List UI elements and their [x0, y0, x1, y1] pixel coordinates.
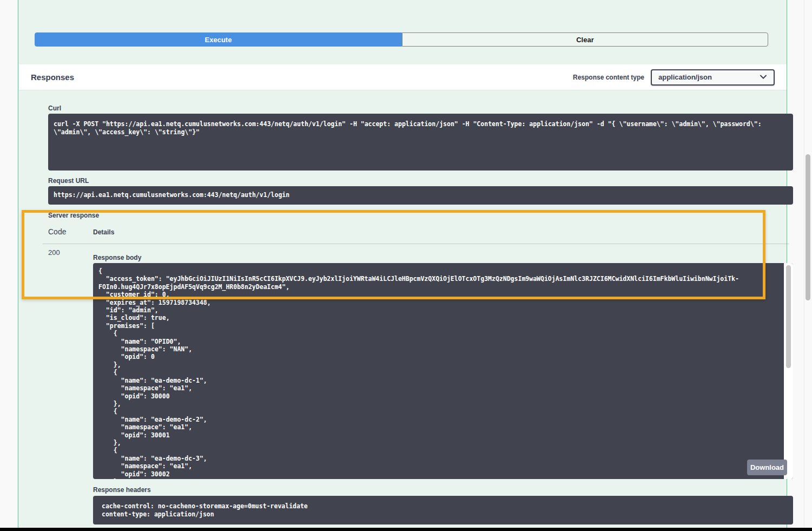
request-url-value: https://api.ea1.netq.cumulusnetworks.com… [48, 186, 793, 205]
execute-button[interactable]: Execute [35, 32, 402, 47]
response-content-type-control: Response content type application/json [573, 69, 775, 86]
status-code-badge: 200 [48, 248, 60, 257]
operation-block: Execute Clear Responses Response content… [18, 0, 787, 529]
server-response-title: Server response [48, 212, 99, 219]
chevron-down-icon [760, 75, 767, 80]
response-body-label: Response body [93, 254, 141, 261]
code-column-header: Code [48, 227, 66, 236]
curl-label: Curl [48, 104, 61, 112]
download-button[interactable]: Download [747, 460, 787, 475]
details-column-header: Details [93, 228, 114, 236]
responses-title: Responses [31, 73, 74, 82]
response-headers-label: Response headers [93, 486, 151, 494]
response-headers-block: cache-control: no-cacheno-storemax-age=0… [93, 496, 793, 525]
window-bottom-bar [0, 528, 812, 531]
response-body-scrollbar[interactable] [786, 265, 791, 368]
response-content-type-value: application/json [658, 73, 712, 81]
swagger-response-page: Execute Clear Responses Response content… [0, 0, 812, 531]
page-scrollbar[interactable] [806, 154, 810, 300]
response-body-json[interactable]: { "access_token": "eyJhbGciOiJIUzI1NiIsI… [93, 263, 793, 479]
responses-header-band: Responses Response content type applicat… [19, 64, 787, 90]
response-content-type-label: Response content type [573, 74, 644, 81]
request-url-label: Request URL [48, 177, 89, 185]
response-content-type-select[interactable]: application/json [651, 69, 775, 86]
curl-command-block[interactable]: curl -X POST "https://api.ea1.netq.cumul… [48, 114, 793, 171]
clear-button[interactable]: Clear [402, 32, 768, 47]
action-button-row: Execute Clear [35, 32, 769, 47]
response-table-divider [43, 244, 789, 244]
